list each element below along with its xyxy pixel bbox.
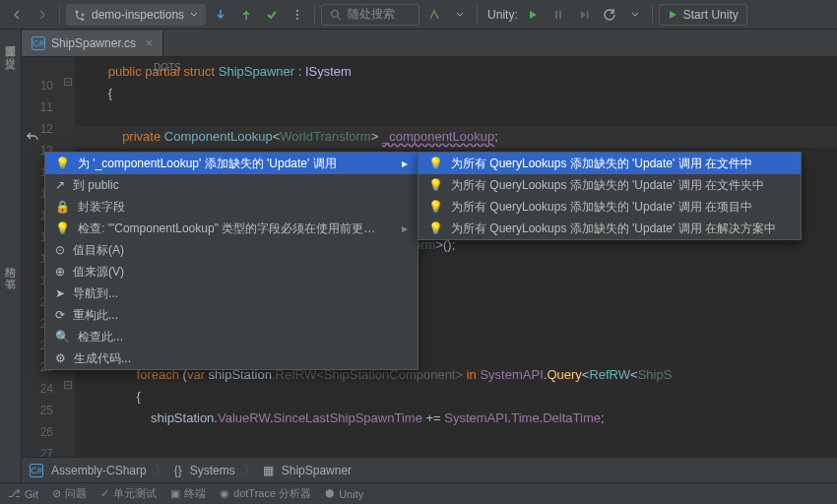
- menu-value-source[interactable]: ⊕值来源(V): [45, 261, 418, 283]
- editor-tabs: C# ShipSpawner.cs ×: [22, 30, 837, 57]
- svg-rect-4: [555, 11, 557, 19]
- menu-to-public[interactable]: ↗到 public: [45, 174, 418, 196]
- build-button[interactable]: [423, 4, 445, 26]
- svg-rect-6: [587, 11, 589, 19]
- context-menu: 💡 为 '_componentLookup' 添加缺失的 'Update' 调用…: [44, 152, 418, 370]
- tab-filename: ShipSpawner.cs: [51, 36, 136, 50]
- main-toolbar: demo-inspections 随处搜索 Unity: Start Unity: [0, 0, 837, 30]
- play-button[interactable]: [522, 4, 544, 26]
- status-tests[interactable]: ✓ 单元测试: [100, 486, 157, 501]
- update-project-button[interactable]: [210, 4, 231, 26]
- breadcrumb-assembly[interactable]: Assembly-CSharp: [51, 464, 147, 477]
- left-tool-strip: 资源管理器 提交 结构 书签: [0, 30, 22, 482]
- generate-icon: ⚙: [55, 351, 66, 365]
- close-icon[interactable]: ×: [146, 36, 153, 50]
- check-button[interactable]: [261, 4, 283, 26]
- chevron-right-icon: 〉: [155, 462, 166, 478]
- svg-point-3: [332, 10, 339, 17]
- arrow-icon: ➤: [55, 286, 65, 300]
- csharp-icon: C#: [32, 36, 45, 50]
- lightbulb-icon: 💡: [428, 200, 443, 214]
- step-button[interactable]: [573, 4, 595, 26]
- submenu-in-project[interactable]: 💡为所有 QueryLookups 添加缺失的 'Update' 调用 在项目中: [418, 196, 801, 218]
- lock-icon: 🔒: [55, 200, 70, 214]
- search-everywhere[interactable]: 随处搜索: [321, 4, 419, 26]
- namespace-icon: {}: [174, 464, 182, 477]
- menu-inspection[interactable]: 💡检查: '"ComponentLookup" 类型的字段必须在使用前更新。'▸: [45, 218, 418, 239]
- refresh-button[interactable]: [599, 4, 620, 26]
- status-dottrace[interactable]: ◉ dotTrace 分析器: [220, 486, 311, 501]
- breadcrumb-namespace[interactable]: Systems: [190, 464, 235, 477]
- build-dropdown[interactable]: [449, 4, 471, 26]
- refactor-icon: ⟳: [55, 308, 65, 322]
- svg-point-0: [296, 10, 298, 12]
- lightbulb-icon: 💡: [55, 221, 70, 235]
- lightbulb-icon: 💡: [428, 157, 443, 170]
- menu-navigate[interactable]: ➤导航到...: [45, 283, 418, 304]
- svg-point-2: [296, 18, 298, 20]
- visibility-icon: ↗: [55, 178, 65, 192]
- inspect-icon: 🔍: [55, 330, 70, 344]
- status-terminal[interactable]: ▣ 终端: [170, 486, 206, 501]
- svg-rect-5: [559, 11, 561, 19]
- commit-button[interactable]: [235, 4, 257, 26]
- lightbulb-icon: 💡: [428, 221, 443, 235]
- menu-add-update-call[interactable]: 💡 为 '_componentLookup' 添加缺失的 'Update' 调用…: [45, 153, 418, 174]
- pause-button[interactable]: [547, 4, 569, 26]
- search-icon: [330, 9, 342, 21]
- breadcrumb-struct[interactable]: ShipSpawner: [282, 464, 352, 477]
- submenu-in-folder[interactable]: 💡为所有 QueryLookups 添加缺失的 'Update' 调用 在文件夹…: [418, 174, 801, 196]
- status-problems[interactable]: ⊘ 问题: [52, 486, 87, 501]
- csharp-icon: C#: [30, 464, 43, 477]
- status-bar: ⎇ Git ⊘ 问题 ✓ 单元测试 ▣ 终端 ◉ dotTrace 分析器 ⬢ …: [0, 482, 837, 504]
- menu-value-target[interactable]: ⊙值目标(A): [45, 239, 418, 261]
- unity-dropdown[interactable]: [624, 4, 646, 26]
- search-placeholder: 随处搜索: [348, 6, 395, 23]
- context-submenu: 💡为所有 QueryLookups 添加缺失的 'Update' 调用 在文件中…: [418, 152, 802, 240]
- branch-icon: [74, 9, 86, 21]
- struct-icon: ▦: [263, 464, 274, 477]
- lightbulb-icon: 💡: [55, 157, 70, 170]
- undo-icon[interactable]: [22, 126, 43, 148]
- forward-button[interactable]: [32, 4, 53, 26]
- fold-icon[interactable]: ⊟: [61, 75, 75, 96]
- project-dropdown[interactable]: demo-inspections: [66, 4, 206, 26]
- menu-encapsulate[interactable]: 🔒封装字段: [45, 196, 418, 218]
- start-unity-button[interactable]: Start Unity: [659, 4, 747, 26]
- menu-refactor[interactable]: ⟳重构此...: [45, 304, 418, 326]
- chevron-right-icon: ▸: [402, 221, 408, 235]
- submenu-in-solution[interactable]: 💡为所有 QueryLookups 添加缺失的 'Update' 调用 在解决方…: [418, 218, 801, 239]
- target-icon: ⊙: [55, 243, 65, 257]
- chevron-right-icon: 〉: [243, 462, 255, 478]
- more-vcs-button[interactable]: [287, 4, 308, 26]
- back-button[interactable]: [6, 4, 28, 26]
- svg-point-1: [296, 14, 298, 16]
- status-git[interactable]: ⎇ Git: [8, 487, 38, 500]
- breadcrumb: C# Assembly-CSharp 〉 {} Systems 〉 ▦ Ship…: [22, 457, 837, 482]
- menu-inspect[interactable]: 🔍检查此...: [45, 326, 418, 347]
- project-name: demo-inspections: [92, 8, 184, 22]
- dots-badge: DOTS: [154, 57, 181, 79]
- lightbulb-icon: 💡: [428, 178, 443, 192]
- source-icon: ⊕: [55, 265, 65, 279]
- submenu-in-file[interactable]: 💡为所有 QueryLookups 添加缺失的 'Update' 调用 在文件中: [418, 153, 801, 174]
- tab-shipspawner[interactable]: C# ShipSpawner.cs ×: [22, 31, 163, 56]
- status-unity[interactable]: ⬢ Unity: [325, 487, 363, 500]
- menu-generate[interactable]: ⚙生成代码...: [45, 347, 418, 369]
- fold-icon[interactable]: ⊟: [61, 378, 75, 400]
- chevron-down-icon: [190, 11, 198, 19]
- play-icon: [668, 10, 677, 20]
- unity-label: Unity:: [487, 8, 518, 22]
- chevron-right-icon: ▸: [402, 157, 408, 170]
